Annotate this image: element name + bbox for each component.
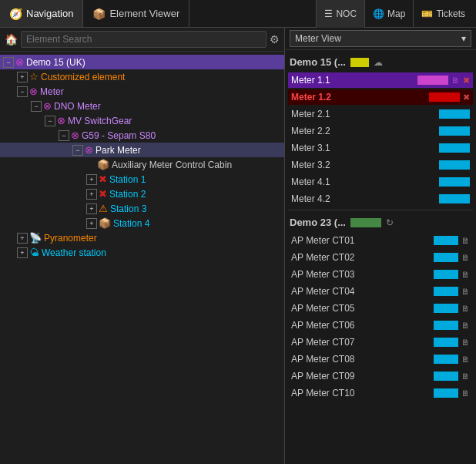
expand-meter[interactable]: − (17, 86, 28, 97)
navigation-icon: 🧭 (9, 8, 22, 20)
meter-1-1-doc[interactable]: 🗎 (451, 76, 460, 85)
meter-1-2-close[interactable]: ✖ (463, 92, 470, 103)
meter-row-1-1[interactable]: Meter 1.1 🗎 ✖ (288, 72, 473, 88)
expand-weather[interactable]: + (17, 247, 28, 258)
meter-ct05-doc[interactable]: 🗎 (461, 304, 470, 313)
tab-element-viewer[interactable]: 📦 Element Viewer (83, 0, 189, 27)
tree-item-demo15[interactable]: − ⊗ Demo 15 (UK) (0, 55, 284, 69)
meter-ct10-doc[interactable]: 🗎 (461, 388, 470, 398)
meter-row-ct04[interactable]: AP Meter CT04 🗎 (288, 284, 473, 299)
tab-noc-label: NOC (336, 8, 357, 19)
meter-1-1-name: Meter 1.1 (291, 75, 414, 86)
expand-mv[interactable]: − (45, 116, 55, 126)
meter-ct07-doc[interactable]: 🗎 (461, 338, 470, 347)
tab-tickets[interactable]: 🎫 Tickets (413, 0, 473, 28)
meter-3-1-name: Meter 3.1 (291, 143, 436, 153)
weather-icon: 🌤 (29, 247, 39, 258)
tree-item-station2[interactable]: + ✖ Station 2 (0, 187, 284, 201)
meter-ct02-doc[interactable]: 🗎 (461, 253, 470, 262)
tree-item-weather[interactable]: + 🌤 Weather station (0, 245, 284, 260)
expand-g59[interactable]: − (59, 130, 69, 141)
meter-ct01-bar (434, 236, 458, 245)
meter-row-ct05[interactable]: AP Meter CT05 🗎 (288, 301, 473, 316)
demo23-group-title: Demo 23 (... (290, 217, 346, 228)
meter-ct09-doc[interactable]: 🗎 (461, 372, 470, 381)
tab-navigation-label: Navigation (26, 8, 73, 19)
meter-row-ct03[interactable]: AP Meter CT03 🗎 (288, 267, 473, 282)
meter-view-select-bar: Meter View ▾ (285, 28, 476, 50)
tree-item-mv[interactable]: − ⊗ MV SwitchGear (0, 113, 284, 128)
meter-row-ct09[interactable]: AP Meter CT09 🗎 (288, 368, 473, 384)
pyranometer-icon: 📡 (29, 232, 42, 244)
expand-customized[interactable]: + (17, 72, 28, 82)
meter-row-4-2[interactable]: Meter 4.2 (288, 191, 473, 207)
tree-item-g59[interactable]: − ⊗ G59 - Sepam S80 (0, 128, 284, 143)
aux-icon: 📦 (97, 159, 109, 170)
meter-row-3-2[interactable]: Meter 3.2 (288, 157, 473, 173)
meter-row-ct06[interactable]: AP Meter CT06 🗎 (288, 318, 473, 333)
meter-icon: ⊗ (29, 86, 38, 97)
tree-item-station4[interactable]: + 📦 Station 4 (0, 216, 284, 230)
meter-ct03-doc[interactable]: 🗎 (461, 270, 470, 279)
meter-ct07-name: AP Meter CT07 (291, 337, 431, 348)
meter-row-ct07[interactable]: AP Meter CT07 🗎 (288, 335, 473, 350)
tree-item-meter[interactable]: − ⊗ Meter (0, 84, 284, 99)
station2-icon: ✖ (99, 188, 107, 200)
station4-icon: 📦 (99, 217, 111, 229)
meter-1-1-bar (417, 76, 448, 85)
tree-item-park-meter[interactable]: − ⊗ Park Meter (0, 143, 284, 157)
meter-ct04-doc[interactable]: 🗎 (461, 287, 470, 296)
tab-noc[interactable]: ☰ NOC (316, 0, 364, 28)
expand-station4[interactable]: + (86, 218, 97, 229)
tree-item-pyranometer[interactable]: + 📡 Pyranometer (0, 230, 284, 245)
expand-station3[interactable]: + (86, 203, 97, 214)
demo15-label: Demo 15 (UK) (26, 57, 85, 68)
aux-label: Auxiliary Meter Control Cabin (112, 160, 232, 170)
tab-map[interactable]: 🌐 Map (364, 0, 413, 28)
meter-row-ct10[interactable]: AP Meter CT10 🗎 (288, 385, 473, 401)
customized-icon: ☆ (29, 71, 39, 82)
tree-item-aux[interactable]: 📦 Auxiliary Meter Control Cabin (0, 157, 284, 172)
expand-dno[interactable]: − (31, 101, 42, 112)
meter-row-4-1[interactable]: Meter 4.1 (288, 174, 473, 190)
meter-row-3-1[interactable]: Meter 3.1 (288, 140, 473, 156)
meter-ct06-doc[interactable]: 🗎 (461, 321, 470, 330)
tree-item-station1[interactable]: + ✖ Station 1 (0, 172, 284, 187)
tree-item-dno[interactable]: − ⊗ DNO Meter (0, 99, 284, 113)
meter-row-ct08[interactable]: AP Meter CT08 🗎 (288, 351, 473, 367)
station3-icon: ⚠ (99, 203, 108, 214)
dno-icon: ⊗ (43, 100, 52, 112)
meter-1-1-close[interactable]: ✖ (463, 76, 470, 86)
meter-view-dropdown[interactable]: Meter View ▾ (290, 30, 471, 47)
meter-row-ct02[interactable]: AP Meter CT02 🗎 (288, 250, 473, 265)
expand-station2[interactable]: + (86, 189, 97, 200)
meter-ct10-name: AP Meter CT10 (291, 388, 431, 398)
dno-label: DNO Meter (54, 101, 101, 112)
meter-ct02-name: AP Meter CT02 (291, 252, 431, 263)
gear-icon[interactable]: ⚙ (270, 33, 280, 45)
meter-row-2-2[interactable]: Meter 2.2 (288, 123, 473, 139)
station1-icon: ✖ (99, 173, 107, 185)
tree-item-customized[interactable]: + ☆ Customized element (0, 69, 284, 84)
expand-pyranometer[interactable]: + (17, 233, 28, 244)
meter-ct09-bar (434, 372, 458, 381)
meter-ct01-doc[interactable]: 🗎 (461, 236, 470, 245)
expand-park-meter[interactable]: − (72, 145, 83, 156)
home-icon[interactable]: 🏠 (5, 33, 18, 45)
meter-row-1-2[interactable]: Meter 1.2 ✖ (288, 89, 473, 105)
search-input[interactable] (21, 31, 266, 48)
chevron-down-icon: ▾ (461, 33, 466, 44)
meter-row-2-1[interactable]: Meter 2.1 (288, 106, 473, 122)
search-bar: 🏠 ⚙ (0, 28, 284, 52)
meter-ct06-name: AP Meter CT06 (291, 320, 431, 331)
meter-ct08-doc[interactable]: 🗎 (461, 355, 470, 364)
expand-station1[interactable]: + (86, 174, 97, 185)
tree-item-station3[interactable]: + ⚠ Station 3 (0, 201, 284, 216)
meter-2-1-name: Meter 2.1 (291, 109, 436, 119)
tab-navigation[interactable]: 🧭 Navigation (0, 0, 83, 27)
meter-ct08-name: AP Meter CT08 (291, 354, 431, 365)
meter-row-ct01[interactable]: AP Meter CT01 🗎 (288, 233, 473, 248)
meters-list: Demo 15 (... ☁ Meter 1.1 🗎 ✖ Meter 1.2 ✖… (285, 50, 476, 464)
right-tabs-area: ☰ NOC 🌐 Map 🎫 Tickets (316, 0, 476, 27)
expand-demo15[interactable]: − (3, 57, 14, 68)
